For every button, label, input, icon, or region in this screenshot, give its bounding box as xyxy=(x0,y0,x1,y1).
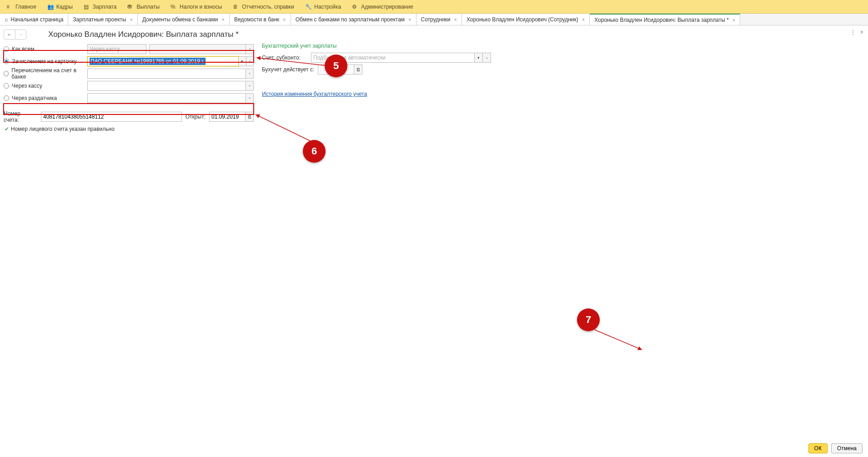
menu-nalogi-label: Налоги и взносы xyxy=(180,4,222,10)
tab-vedomosti[interactable]: Ведомости в банк× xyxy=(230,14,291,25)
nav-buttons: ← → xyxy=(4,30,26,40)
account-input[interactable] xyxy=(41,112,182,122)
menu-nastroyka[interactable]: 🔧Настройка xyxy=(301,2,346,12)
tab-employee-card[interactable]: Хоронько Владлен Исидорович (Сотрудник)× xyxy=(462,14,590,25)
menu-vyplaty[interactable]: ⛃Выплаты xyxy=(123,2,164,12)
menu-zarplata-label: Зарплата xyxy=(93,4,117,10)
tab-exchange-banks[interactable]: Обмен с банками по зарплатным проектам× xyxy=(291,14,416,25)
row-distributor: Через раздатчика ▫ xyxy=(4,92,254,104)
radio-card-cell[interactable]: Зачислением на карточку xyxy=(4,58,87,65)
dropdown-icon[interactable]: ▾ xyxy=(239,56,246,66)
close-page-icon[interactable]: × xyxy=(860,29,863,35)
cancel-button[interactable]: Отмена xyxy=(831,443,863,453)
open-icon[interactable]: ▫ xyxy=(246,81,254,91)
tab-docs-exchange-label: Документы обмена с банками xyxy=(142,16,218,23)
form-body: Как всем ▫ Зачислением на карточку ПАО С… xyxy=(0,41,868,134)
tab-home-label: Начальная страница xyxy=(10,16,63,23)
annotation-circle-5: 5 xyxy=(325,55,347,77)
radio-distributor[interactable] xyxy=(4,95,9,101)
radio-card-label: Зачислением на карточку xyxy=(12,58,77,65)
row-cash: Через кассу ▫ xyxy=(4,79,254,92)
cash-input[interactable] xyxy=(87,81,246,91)
bottom-bar: ОК Отмена xyxy=(808,443,863,453)
open-icon[interactable]: ▫ xyxy=(246,56,254,66)
bank-transfer-input[interactable] xyxy=(87,69,246,79)
menu-admin[interactable]: ⚙Администрирование xyxy=(347,2,417,12)
open-icon[interactable]: ▫ xyxy=(246,93,254,103)
tab-zp-projects[interactable]: Зарплатные проекты× xyxy=(68,14,138,25)
radio-cash-cell[interactable]: Через кассу xyxy=(4,83,87,89)
radio-kak-vsem[interactable] xyxy=(4,46,9,52)
tab-employees[interactable]: Сотрудники× xyxy=(416,14,462,25)
more-icon[interactable]: ⋮ xyxy=(850,29,856,35)
dropdown-icon[interactable]: ▾ xyxy=(475,53,483,63)
gear-icon: ⚙ xyxy=(352,4,358,10)
open-icon[interactable]: ▫ xyxy=(246,44,254,54)
menu-vyplaty-label: Выплаты xyxy=(136,4,160,10)
right-column: Бухгалтерский учет зарплаты Счет, субкон… xyxy=(260,43,497,132)
radio-bank-transfer[interactable] xyxy=(4,71,9,76)
menu-icon: ≡ xyxy=(6,4,13,10)
tab-exchange-banks-label: Обмен с банками по зарплатным проектам xyxy=(296,16,405,23)
radio-cash[interactable] xyxy=(4,83,9,89)
close-icon[interactable]: × xyxy=(222,17,225,22)
open-icon[interactable]: ▫ xyxy=(483,53,491,63)
close-icon[interactable]: × xyxy=(283,17,286,22)
close-icon[interactable]: × xyxy=(733,17,735,23)
radio-cash-label: Через кассу xyxy=(12,83,42,89)
svg-line-2 xyxy=(595,330,642,350)
calendar-icon[interactable]: 🗓 xyxy=(354,65,362,75)
account-label: Номер счета: xyxy=(4,110,37,123)
account-ok-message: ✔ Номер лицевого счета указан правильно xyxy=(4,126,254,132)
menu-zarplata[interactable]: ▤Зарплата xyxy=(79,2,121,12)
menu-nalogi[interactable]: %Налоги и взносы xyxy=(166,2,226,12)
ok-button[interactable]: ОК xyxy=(808,443,828,453)
tab-employees-label: Сотрудники xyxy=(421,16,451,23)
home-icon: ⌂ xyxy=(5,16,8,23)
tab-payment-label: Хоронько Владлен Исидорович: Выплата зар… xyxy=(594,17,729,23)
close-icon[interactable]: × xyxy=(454,17,457,22)
opened-date-input[interactable] xyxy=(209,112,246,122)
radio-distributor-cell[interactable]: Через раздатчика xyxy=(4,95,87,101)
tab-docs-exchange[interactable]: Документы обмена с банками× xyxy=(138,14,230,25)
close-icon[interactable]: × xyxy=(582,17,585,22)
page-tools: ⋮ × xyxy=(850,29,863,35)
coins-icon: ⛃ xyxy=(127,4,134,10)
accounting-section-title: Бухгалтерский учет зарплаты xyxy=(262,43,497,49)
row-kak-vsem: Как всем ▫ xyxy=(4,43,254,55)
menu-main[interactable]: ≡Главное xyxy=(2,2,41,12)
card-bank-input[interactable]: ПАО СБЕРБАНК №19891765 от 01.09.2019 г. xyxy=(87,56,239,66)
kak-vsem-input-1 xyxy=(87,44,146,54)
wrench-icon: 🔧 xyxy=(305,4,311,10)
radio-card[interactable] xyxy=(4,59,9,64)
nav-back-button[interactable]: ← xyxy=(4,30,15,39)
row-bank-transfer: Перечислением на счет в банке ▫ xyxy=(4,67,254,79)
accounting-history-link[interactable]: История изменения бухгалтерского учета xyxy=(262,91,367,97)
close-icon[interactable]: × xyxy=(408,17,411,22)
card-bank-value: ПАО СБЕРБАНК №19891765 от 01.09.2019 г. xyxy=(90,58,206,65)
annotation-circle-7: 7 xyxy=(577,308,600,331)
menu-kadry[interactable]: 👥Кадры xyxy=(43,2,77,12)
radio-bank-transfer-cell[interactable]: Перечислением на счет в банке xyxy=(4,67,87,80)
radio-kak-vsem-label: Как всем xyxy=(12,46,34,52)
accounting-from-row: Бухучет действует с: 🗓 xyxy=(262,64,497,75)
radio-distributor-label: Через раздатчика xyxy=(12,95,57,101)
calendar-icon[interactable]: 🗓 xyxy=(246,112,254,122)
tab-employee-card-label: Хоронько Владлен Исидорович (Сотрудник) xyxy=(467,16,578,23)
nav-forward-button[interactable]: → xyxy=(15,30,26,39)
radio-kak-vsem-cell[interactable]: Как всем xyxy=(4,46,87,52)
tab-zp-projects-label: Зарплатные проекты xyxy=(73,16,126,23)
main-menubar: ≡Главное 👥Кадры ▤Зарплата ⛃Выплаты %Нало… xyxy=(0,0,868,14)
menu-admin-label: Администрирование xyxy=(361,4,413,10)
tab-payment-active[interactable]: Хоронько Владлен Исидорович: Выплата зар… xyxy=(590,14,740,25)
close-icon[interactable]: × xyxy=(130,17,133,22)
distributor-input[interactable] xyxy=(87,93,246,103)
menu-kadry-label: Кадры xyxy=(56,4,73,10)
tab-home[interactable]: ⌂Начальная страница xyxy=(0,14,68,25)
open-icon[interactable]: ▫ xyxy=(246,69,254,79)
menu-otchet[interactable]: 🗎Отчетность, справки xyxy=(228,2,299,12)
annotation-circle-6: 6 xyxy=(303,140,326,163)
kak-vsem-input-2 xyxy=(149,44,246,54)
menu-otchet-label: Отчетность, справки xyxy=(242,4,294,10)
page-header: ← → Хоронько Владлен Исидорович: Выплата… xyxy=(0,25,868,41)
